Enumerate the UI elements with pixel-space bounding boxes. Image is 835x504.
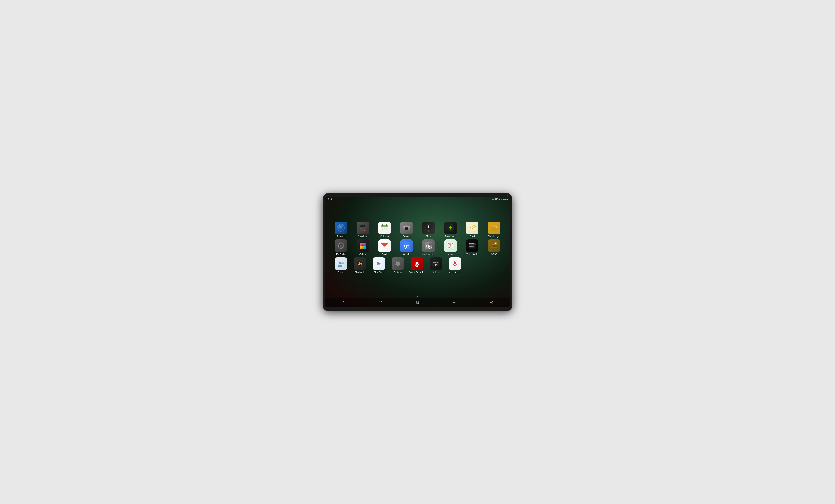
settings-icon xyxy=(391,257,404,270)
svg-text:g: g xyxy=(426,243,429,248)
svg-rect-105 xyxy=(359,262,360,265)
clock-label: Clock xyxy=(426,235,431,238)
mute-icon xyxy=(489,198,491,201)
app-oobe[interactable]: OOBE xyxy=(485,239,504,256)
app-gmail[interactable]: Gmail xyxy=(375,239,394,256)
page-indicator xyxy=(325,295,510,298)
oobe-label: OOBE xyxy=(491,253,497,256)
page-dot xyxy=(417,296,418,297)
tablet-screen: 6:59 PM Browser –+ Calculator xyxy=(325,197,510,307)
downloads-label: Downloads xyxy=(445,235,455,238)
svg-marker-126 xyxy=(379,301,382,304)
app-email[interactable]: @ Email xyxy=(463,222,482,238)
email-label: Email xyxy=(470,235,475,238)
recents-button[interactable] xyxy=(412,299,423,307)
playstore-label: Play Store xyxy=(374,271,384,274)
vol-down-button[interactable] xyxy=(449,299,460,307)
app-fmradio[interactable]: FM Radio xyxy=(331,239,350,256)
app-filemanager[interactable]: File Manager xyxy=(485,222,504,238)
svg-rect-18 xyxy=(362,228,364,229)
fmradio-label: FM Radio xyxy=(336,253,345,256)
svg-text:12: 12 xyxy=(428,225,429,226)
svg-rect-27 xyxy=(386,224,387,226)
app-clock[interactable]: 61293 Clock xyxy=(419,222,438,238)
status-right-icons: 6:59 PM xyxy=(489,198,508,201)
home-button[interactable] xyxy=(375,299,386,307)
svg-rect-7 xyxy=(495,198,497,200)
downloads-icon xyxy=(444,222,457,234)
svg-rect-115 xyxy=(433,262,434,262)
svg-text:03:06:29: 03:06:29 xyxy=(469,246,474,247)
app-google[interactable]: g Google xyxy=(397,239,416,256)
app-people[interactable]: People xyxy=(331,257,350,274)
google-icon: g xyxy=(400,239,413,252)
svg-rect-86 xyxy=(469,244,470,244)
people-icon xyxy=(334,257,347,270)
calculator-icon: –+ xyxy=(357,222,369,234)
svg-point-37 xyxy=(407,228,407,229)
wifi-icon xyxy=(327,198,330,201)
google-label: Google xyxy=(403,253,410,256)
app-row-3: People Play Music Play Store xyxy=(331,257,504,274)
soundrecorder-label: Sound Recorder xyxy=(409,271,425,274)
battery-icon xyxy=(495,198,498,201)
browser-label: Browser xyxy=(337,235,345,238)
app-calendar[interactable]: Calendar xyxy=(375,222,394,238)
app-camera[interactable]: Camera xyxy=(397,222,416,238)
app-calculator[interactable]: –+ Calculator xyxy=(353,222,372,238)
status-left-icons xyxy=(327,198,335,201)
app-maps[interactable]: Maps xyxy=(441,239,460,256)
svg-point-97 xyxy=(339,261,341,264)
app-playstore[interactable]: Play Store xyxy=(369,257,388,274)
videos-label: Videos xyxy=(433,271,439,274)
svg-text:–: – xyxy=(362,226,362,227)
svg-rect-116 xyxy=(434,262,435,262)
moviestudio-icon: 03:06:29 xyxy=(466,239,478,252)
svg-rect-38 xyxy=(405,225,408,226)
playstore-icon xyxy=(372,257,385,270)
svg-rect-0 xyxy=(331,199,332,200)
svg-rect-26 xyxy=(383,224,383,226)
app-videos[interactable]: Videos xyxy=(426,257,445,274)
svg-rect-25 xyxy=(381,227,388,227)
svg-marker-129 xyxy=(453,302,454,303)
signal-icon xyxy=(492,198,494,201)
svg-rect-88 xyxy=(472,244,473,244)
app-soundrecorder[interactable]: Sound Recorder xyxy=(407,257,426,274)
svg-rect-123 xyxy=(454,262,456,264)
app-moviestudio[interactable]: 03:06:29 Movie Studio xyxy=(463,239,482,256)
settings-label: Settings xyxy=(394,271,402,274)
app-googlesettings[interactable]: g Google Settings xyxy=(419,239,438,256)
app-playmusic[interactable]: Play Music xyxy=(350,257,369,274)
svg-rect-69 xyxy=(363,243,366,246)
oobe-icon xyxy=(488,239,501,252)
app-gallery[interactable]: Gallery xyxy=(353,239,372,256)
app-settings[interactable]: Settings xyxy=(388,257,407,274)
app-row-1: Browser –+ Calculator Calendar xyxy=(331,222,504,238)
googlesettings-label: Google Settings xyxy=(422,253,435,255)
app-downloads[interactable]: Downloads xyxy=(441,222,460,238)
image-icon xyxy=(333,198,335,201)
gmail-icon xyxy=(378,239,391,252)
gallery-label: Gallery xyxy=(360,253,366,256)
svg-rect-20 xyxy=(360,230,362,231)
svg-rect-117 xyxy=(435,262,436,262)
svg-marker-5 xyxy=(492,198,494,200)
people-label: People xyxy=(338,271,344,274)
filemanager-label: File Manager xyxy=(488,235,500,238)
svg-marker-131 xyxy=(490,302,491,303)
browser-icon xyxy=(334,222,347,234)
filemanager-icon xyxy=(488,222,501,234)
app-browser[interactable]: Browser xyxy=(331,222,350,238)
playmusic-label: Play Music xyxy=(355,271,365,274)
calendar-label: Calendar xyxy=(380,235,389,238)
svg-rect-110 xyxy=(416,261,418,265)
calculator-label: Calculator xyxy=(358,235,367,238)
camera-icon xyxy=(400,222,413,234)
vol-up-button[interactable] xyxy=(486,299,497,307)
back-button[interactable] xyxy=(338,299,349,307)
svg-rect-89 xyxy=(473,244,474,244)
googlesettings-icon: g xyxy=(422,239,435,252)
app-voicesearch[interactable]: Voice Search xyxy=(445,257,464,274)
clock-icon: 61293 xyxy=(422,222,435,234)
